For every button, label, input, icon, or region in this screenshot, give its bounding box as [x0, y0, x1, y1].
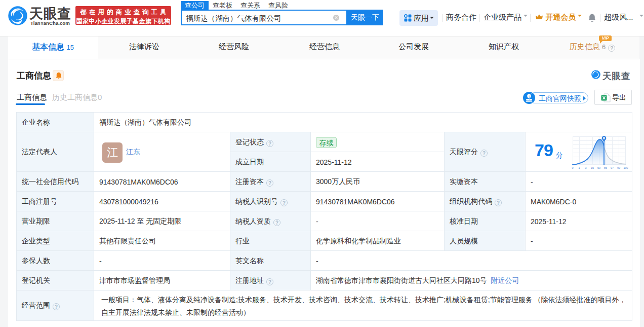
svg-text:99: 99 [617, 166, 620, 169]
svg-text:15: 15 [591, 166, 594, 169]
svg-text:85: 85 [604, 166, 607, 169]
svg-text:1: 1 [578, 166, 580, 169]
svg-text:0: 0 [572, 166, 573, 169]
svg-text:100: 100 [623, 166, 628, 169]
svg-text:50: 50 [597, 166, 600, 169]
svg-text:3: 3 [585, 166, 586, 169]
svg-text:97: 97 [611, 166, 614, 169]
